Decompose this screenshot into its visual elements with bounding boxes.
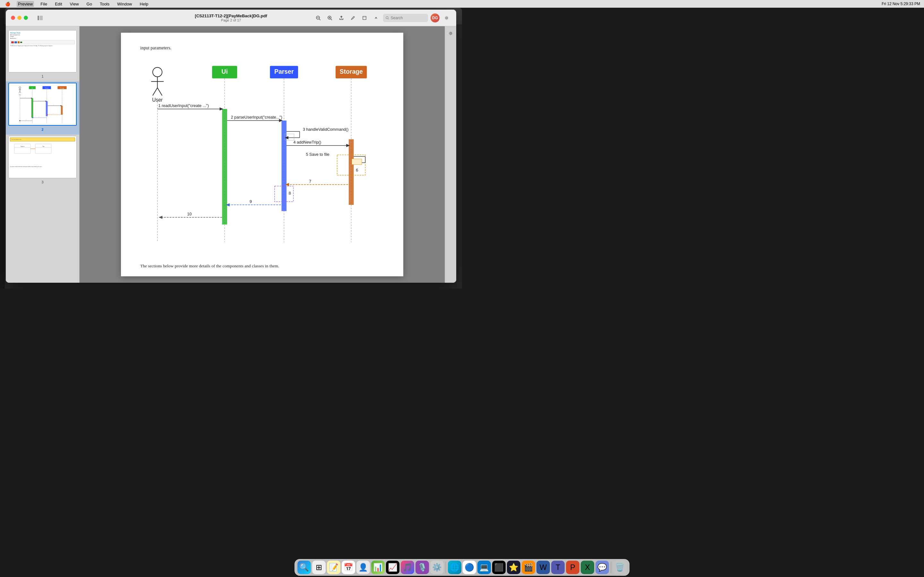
svg-text:Parser: Parser: [274, 68, 294, 75]
svg-text:3 handleValidCommand(): 3 handleValidCommand(): [303, 127, 349, 132]
svg-line-3: [319, 19, 320, 20]
gear-icon: [449, 31, 453, 35]
traffic-lights: [11, 16, 28, 20]
svg-text:10: 10: [187, 212, 192, 216]
navigate-up-button[interactable]: [372, 13, 381, 23]
crop-button[interactable]: [360, 13, 369, 23]
svg-rect-32: [61, 106, 63, 115]
menu-file[interactable]: File: [39, 1, 48, 7]
svg-text:User: User: [19, 94, 21, 95]
sidebar-page-3[interactable]: Trip class diagram area TripList Trip: [6, 135, 79, 187]
svg-text:Ui: Ui: [221, 68, 228, 75]
search-input[interactable]: [391, 16, 426, 20]
svg-point-20: [19, 87, 21, 89]
svg-line-12: [388, 19, 389, 19]
svg-text:Ui: Ui: [32, 87, 33, 89]
sidebar-page-1[interactable]: Developer Guide AcknowledgementsDesignAr…: [6, 29, 79, 81]
pdf-page: input parameters. Ui Parser Storage: [121, 33, 403, 276]
thumbnail-3: Trip class diagram area TripList Trip: [8, 136, 77, 178]
minimize-button[interactable]: [17, 16, 21, 20]
page-number-3: 3: [8, 179, 77, 186]
svg-line-23: [19, 91, 20, 93]
menu-view[interactable]: View: [69, 1, 80, 7]
pdf-footer-text: The sections below provide more details …: [140, 263, 384, 269]
svg-point-64: [153, 67, 162, 77]
menu-tools[interactable]: Tools: [99, 1, 111, 7]
page-number-2: 2: [8, 127, 77, 133]
pdf-area[interactable]: input parameters. Ui Parser Storage: [79, 26, 445, 283]
maximize-button[interactable]: [24, 16, 28, 20]
content-area: Developer Guide AcknowledgementsDesignAr…: [6, 26, 456, 283]
svg-text:6: 6: [356, 168, 358, 172]
search-icon: [386, 16, 389, 20]
sidebar-page-2[interactable]: Ui Parser Storage: [6, 81, 79, 135]
svg-text:4: 4: [53, 105, 54, 105]
svg-rect-76: [349, 139, 354, 205]
menu-window[interactable]: Window: [116, 1, 133, 7]
close-button[interactable]: [11, 16, 15, 20]
share-button[interactable]: [337, 13, 346, 23]
right-panel-settings[interactable]: [446, 29, 455, 38]
svg-point-11: [386, 16, 388, 19]
svg-rect-98: [352, 159, 362, 165]
svg-text:9: 9: [250, 199, 252, 204]
svg-point-13: [446, 17, 447, 19]
svg-text:5 Save to file: 5 Save to file: [306, 152, 329, 157]
markup-button[interactable]: [349, 13, 357, 23]
sidebar-toggle-button[interactable]: [36, 13, 45, 23]
svg-text:8: 8: [289, 191, 291, 195]
svg-rect-74: [222, 109, 227, 225]
svg-text:Trip: Trip: [42, 145, 45, 147]
settings-button[interactable]: [442, 13, 451, 23]
svg-rect-9: [363, 16, 366, 19]
pdf-intro-text: input parameters.: [140, 45, 384, 51]
svg-point-111: [450, 33, 451, 34]
right-panel: [445, 26, 456, 283]
thumbnail-2: Ui Parser Storage: [8, 83, 77, 126]
search-box[interactable]: [383, 14, 428, 22]
svg-marker-49: [19, 120, 20, 121]
svg-text:Parser: Parser: [45, 87, 49, 89]
svg-text:2: 2: [39, 100, 39, 101]
svg-line-68: [158, 88, 162, 95]
svg-text:9: 9: [39, 116, 39, 117]
menubar: 🍎 Preview File Edit View Go Tools Window…: [0, 0, 462, 8]
window-title: [CS2113T-T12-2][PayMeBack]DG.pdf: [195, 13, 267, 18]
svg-text:2 parseUserInput("create..."): 2 parseUserInput("create..."): [231, 115, 282, 119]
sequence-diagram: Ui Parser Storage User: [140, 57, 384, 256]
menu-go[interactable]: Go: [86, 1, 94, 7]
svg-rect-75: [281, 121, 286, 211]
svg-line-24: [20, 91, 21, 93]
svg-text:7: 7: [53, 113, 54, 114]
menu-help[interactable]: Help: [139, 1, 150, 7]
svg-text:TripList: TripList: [21, 145, 25, 147]
thumbnail-image-3: Trip class diagram area TripList Trip: [9, 136, 76, 178]
sidebar: Developer Guide AcknowledgementsDesignAr…: [6, 26, 79, 283]
zoom-out-button[interactable]: [314, 13, 323, 23]
apple-menu[interactable]: 🍎: [4, 1, 11, 7]
page-info: Page 2 of 17: [195, 18, 267, 22]
menu-preview[interactable]: Preview: [17, 1, 34, 7]
titlebar: [CS2113T-T12-2][PayMeBack]DG.pdf Page 2 …: [6, 10, 456, 26]
thumbnail-image-1: Developer Guide AcknowledgementsDesignAr…: [9, 31, 76, 72]
svg-line-67: [153, 88, 158, 95]
svg-text:10: 10: [26, 119, 27, 120]
thumbnail-image-2: Ui Parser Storage: [9, 83, 76, 125]
svg-text:Storage: Storage: [60, 87, 64, 89]
page-number-1: 1: [8, 74, 77, 80]
main-window: [CS2113T-T12-2][PayMeBack]DG.pdf Page 2 …: [6, 10, 456, 283]
svg-text:1 readUserInput("create ..."): 1 readUserInput("create ..."): [158, 103, 209, 108]
svg-rect-31: [46, 101, 48, 116]
svg-text:4 addNewTrip(): 4 addNewTrip(): [293, 140, 321, 145]
zoom-in-button[interactable]: [325, 13, 334, 23]
titlebar-center: [CS2113T-T12-2][PayMeBack]DG.pdf Page 2 …: [195, 13, 267, 22]
svg-text:1: 1: [25, 97, 26, 97]
thumbnail-1: Developer Guide AcknowledgementsDesignAr…: [8, 30, 77, 73]
svg-text:7: 7: [309, 179, 311, 184]
svg-marker-109: [158, 216, 162, 219]
svg-line-6: [331, 19, 332, 20]
avatar: DG: [431, 13, 439, 23]
svg-rect-1: [40, 16, 43, 20]
menu-edit[interactable]: Edit: [53, 1, 63, 7]
svg-rect-0: [37, 16, 39, 20]
